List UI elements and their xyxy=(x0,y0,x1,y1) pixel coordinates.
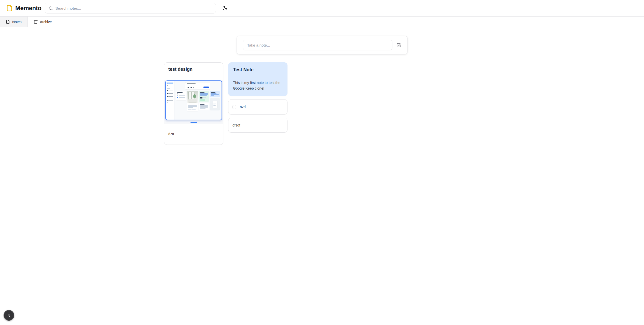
app-header: Memento xyxy=(0,0,644,16)
app-title: Memento xyxy=(15,5,42,12)
file-icon xyxy=(6,20,10,24)
thumb-main-area xyxy=(174,81,222,120)
note-title: Test Note xyxy=(228,63,287,73)
avatar-initial: N xyxy=(8,313,10,318)
thumb-scroll-indicator xyxy=(190,122,197,123)
app-window: Memento Notes xyxy=(0,0,644,325)
archive-icon xyxy=(34,20,38,24)
tab-notes-label: Notes xyxy=(12,20,22,24)
checklist-item-text: azd xyxy=(240,104,246,110)
profile-avatar[interactable]: N xyxy=(4,310,14,321)
take-a-note-input[interactable] xyxy=(243,40,392,50)
tab-archive[interactable]: Archive xyxy=(28,17,58,27)
tab-archive-label: Archive xyxy=(40,20,52,24)
note-title: test design xyxy=(164,63,223,72)
thumb-checklist-card xyxy=(176,91,186,100)
theme-toggle-button[interactable] xyxy=(220,3,230,13)
note-card-dfsdf[interactable]: dfsdf xyxy=(228,118,287,133)
checklist-checkbox[interactable] xyxy=(232,105,236,109)
main-content: test design xyxy=(0,36,644,145)
app-logo: Memento xyxy=(6,5,42,12)
note-body: This is my first note to test the Google… xyxy=(228,73,287,96)
tab-notes[interactable]: Notes xyxy=(0,17,28,27)
note-body: dza xyxy=(164,124,223,145)
notes-column-1: test design xyxy=(164,62,223,145)
notes-column-2: Test Note This is my first note to test … xyxy=(228,62,287,133)
note-card-test-note[interactable]: Test Note This is my first note to test … xyxy=(228,62,287,96)
search-bar xyxy=(45,3,216,13)
thumb-photo-card xyxy=(187,91,198,111)
search-icon xyxy=(49,6,53,10)
thumb-doc-card xyxy=(210,98,220,110)
check-square-icon xyxy=(396,43,401,48)
notes-grid: test design xyxy=(164,62,480,145)
thumb-composer xyxy=(185,82,210,89)
note-file-icon xyxy=(6,5,13,11)
thumb-white-card xyxy=(199,103,209,110)
note-card-azd[interactable]: azd xyxy=(228,99,287,115)
moon-icon xyxy=(222,6,227,11)
thumb-blue-card xyxy=(210,91,220,97)
tab-bar: Notes Archive xyxy=(0,16,644,27)
note-image-mock[interactable] xyxy=(164,80,223,124)
thumb-green-card xyxy=(199,91,209,102)
new-checklist-button[interactable] xyxy=(396,43,401,48)
note-body: dfsdf xyxy=(232,123,240,128)
thumb-sidebar xyxy=(166,81,174,120)
note-composer xyxy=(237,36,408,54)
note-card-test-design[interactable]: test design xyxy=(164,62,223,145)
search-input[interactable] xyxy=(56,6,212,10)
